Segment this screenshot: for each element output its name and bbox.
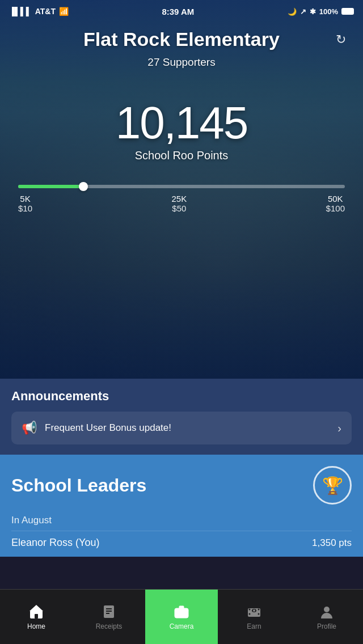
points-number: 10,145: [116, 97, 248, 149]
progress-thumb: [79, 182, 88, 191]
school-name: Flat Rock Elementary: [83, 28, 280, 50]
chevron-right-icon: ›: [337, 422, 341, 435]
signal-icon: ▐▌▌▌: [9, 7, 32, 16]
hero-section: Flat Rock Elementary ↻ 27 Supporters 10,…: [0, 0, 363, 379]
milestone-5k-points: 5K: [20, 194, 30, 204]
svg-rect-11: [185, 609, 187, 611]
leaders-header: School Leaders 🏆: [11, 466, 352, 505]
tab-receipts-label: Receipts: [96, 622, 123, 630]
svg-point-9: [180, 611, 183, 615]
progress-bar-fill: [18, 185, 83, 188]
milestone-25k-points: 25K: [171, 194, 187, 204]
refresh-icon[interactable]: ↻: [336, 32, 346, 47]
tab-home[interactable]: Home: [0, 590, 73, 644]
announcement-text: Frequent User Bonus update!: [45, 422, 171, 434]
battery-icon: [341, 8, 354, 15]
announcements-title: Announcements: [11, 389, 352, 404]
carrier-label: AT&T: [35, 7, 56, 16]
leaders-title: School Leaders: [11, 475, 146, 496]
wifi-icon: 📶: [59, 7, 69, 16]
leader-name: Eleanor Ross (You): [11, 537, 99, 549]
receipts-icon: [101, 604, 117, 620]
announcement-left: 📢 Frequent User Bonus update!: [22, 421, 171, 435]
earn-icon: [246, 604, 262, 620]
tab-earn[interactable]: Earn: [218, 590, 290, 644]
status-bar: ▐▌▌▌ AT&T 📶 8:39 AM 🌙 ↗ ✱ 100%: [0, 0, 363, 23]
milestone-5k-dollars: $10: [18, 204, 32, 213]
progress-section: 5K $10 25K $50 50K $100: [18, 185, 345, 213]
megaphone-icon: 📢: [22, 421, 37, 435]
progress-bar-track: [18, 185, 345, 188]
progress-labels: 5K $10 25K $50 50K $100: [18, 194, 345, 213]
moon-icon: 🌙: [288, 7, 297, 16]
svg-rect-2: [35, 614, 38, 618]
tab-camera-label: Camera: [170, 622, 194, 630]
hero-content: Flat Rock Elementary ↻ 27 Supporters 10,…: [0, 0, 363, 379]
svg-marker-1: [29, 605, 43, 611]
svg-point-15: [249, 608, 251, 610]
tab-bar: Home Receipts Camera: [0, 589, 363, 644]
status-time: 8:39 AM: [162, 7, 194, 16]
milestone-50k-dollars: $100: [326, 204, 345, 213]
milestone-50k-points: 50K: [328, 194, 343, 204]
announcement-item[interactable]: 📢 Frequent User Bonus update! ›: [11, 412, 352, 444]
svg-point-18: [258, 613, 260, 615]
svg-point-17: [249, 613, 251, 615]
milestone-5k: 5K $10: [18, 194, 32, 213]
svg-point-19: [324, 607, 330, 612]
milestone-25k: 25K $50: [171, 194, 187, 213]
camera-icon: [174, 604, 189, 620]
points-label: School Roo Points: [135, 149, 229, 162]
leader-row: Eleanor Ross (You) 1,350 pts: [11, 531, 352, 554]
home-icon: [28, 604, 44, 620]
location-icon: ↗: [300, 7, 306, 16]
status-left: ▐▌▌▌ AT&T 📶: [9, 7, 69, 16]
tab-home-label: Home: [27, 622, 45, 630]
milestone-25k-dollars: $50: [172, 204, 186, 213]
leaders-section: School Leaders 🏆 In August Eleanor Ross …: [0, 455, 363, 557]
milestone-50k: 50K $100: [326, 194, 345, 213]
leader-pts: 1,350 pts: [312, 537, 352, 549]
leaders-period: In August: [11, 515, 352, 526]
svg-point-16: [258, 608, 260, 610]
trophy-circle: 🏆: [313, 466, 352, 505]
status-right: 🌙 ↗ ✱ 100%: [288, 7, 354, 16]
supporters-count: 27 Supporters: [147, 56, 215, 69]
bluetooth-icon: ✱: [310, 7, 316, 16]
tab-profile-label: Profile: [317, 622, 336, 630]
svg-rect-10: [179, 606, 184, 609]
trophy-icon: 🏆: [322, 476, 343, 495]
announcements-section: Announcements 📢 Frequent User Bonus upda…: [0, 379, 363, 455]
tab-receipts[interactable]: Receipts: [73, 590, 145, 644]
tab-profile[interactable]: Profile: [290, 590, 363, 644]
svg-point-14: [253, 609, 255, 612]
profile-icon: [319, 604, 335, 620]
tab-earn-label: Earn: [247, 622, 261, 630]
battery-label: 100%: [319, 7, 338, 16]
tab-camera[interactable]: Camera: [145, 590, 218, 644]
